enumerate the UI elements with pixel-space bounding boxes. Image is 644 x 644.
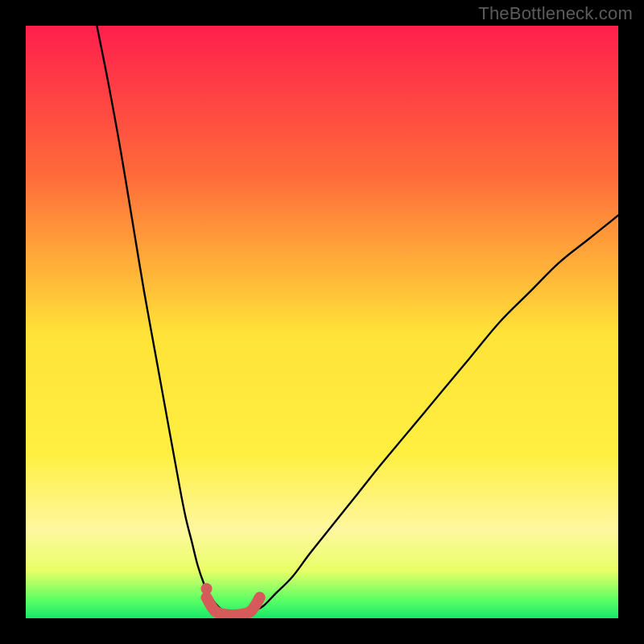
chart-frame: TheBottleneck.com (0, 0, 644, 644)
chart-curves (26, 26, 618, 618)
plot-area (26, 26, 618, 618)
optimal-band-highlight (207, 597, 260, 615)
curve-right (251, 216, 618, 613)
watermark-label: TheBottleneck.com (478, 3, 633, 24)
curve-left (97, 26, 227, 613)
highlight-dot (201, 583, 213, 594)
